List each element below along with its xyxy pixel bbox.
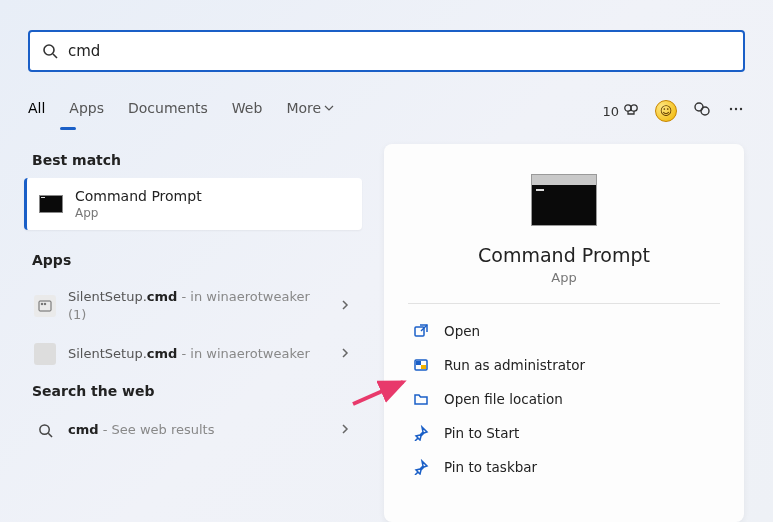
shield-icon	[412, 356, 430, 374]
search-icon	[42, 43, 58, 59]
chat-icon[interactable]	[693, 100, 711, 122]
divider	[408, 303, 720, 304]
filter-tabs: All Apps Documents Web More 10 ☺	[28, 96, 745, 126]
svg-point-8	[740, 108, 742, 110]
action-pin-start-label: Pin to Start	[444, 425, 519, 441]
action-pin-start[interactable]: Pin to Start	[408, 416, 720, 450]
svg-rect-9	[39, 301, 51, 311]
svg-rect-17	[421, 365, 426, 369]
svg-point-0	[44, 45, 54, 55]
section-search-web: Search the web	[22, 375, 362, 409]
best-match-result[interactable]: Command Prompt App	[24, 178, 362, 230]
web-result-query: cmd	[68, 422, 99, 437]
tab-web[interactable]: Web	[232, 100, 263, 122]
app-result-0[interactable]: SilentSetup.cmd - in winaerotweaker (1)	[22, 278, 362, 333]
preview-title: Command Prompt	[478, 244, 650, 266]
generic-file-icon	[34, 343, 56, 365]
section-best-match: Best match	[22, 144, 362, 178]
svg-point-11	[44, 303, 46, 305]
tab-more-label: More	[286, 100, 321, 116]
chevron-right-icon[interactable]	[340, 346, 350, 362]
results-left-column: Best match Command Prompt App Apps Silen…	[22, 144, 362, 451]
action-pin-taskbar[interactable]: Pin to taskbar	[408, 450, 720, 484]
app-result-1-match: cmd	[147, 346, 178, 361]
section-apps: Apps	[22, 244, 362, 278]
app-result-1-name-a: SilentSetup.	[68, 346, 147, 361]
preview-subtitle: App	[551, 270, 576, 285]
command-prompt-icon	[39, 195, 63, 213]
pin-icon	[412, 458, 430, 476]
search-icon	[34, 419, 56, 441]
svg-point-7	[735, 108, 737, 110]
svg-point-10	[41, 303, 43, 305]
open-icon	[412, 322, 430, 340]
svg-rect-16	[416, 361, 421, 365]
svg-point-5	[701, 107, 709, 115]
rewards-count: 10	[602, 104, 619, 119]
cmd-file-icon	[34, 295, 56, 317]
rewards-points[interactable]: 10	[602, 103, 639, 119]
action-run-admin[interactable]: Run as administrator	[408, 348, 720, 382]
tab-documents[interactable]: Documents	[128, 100, 208, 122]
tab-more[interactable]: More	[286, 100, 334, 122]
svg-point-12	[39, 424, 48, 433]
search-input[interactable]	[68, 42, 731, 60]
action-open[interactable]: Open	[408, 314, 720, 348]
app-result-0-match: cmd	[147, 289, 178, 304]
more-options-icon[interactable]	[727, 100, 745, 122]
web-result-suffix: - See web results	[99, 422, 215, 437]
action-open-location-label: Open file location	[444, 391, 563, 407]
action-open-label: Open	[444, 323, 480, 339]
trophy-icon	[623, 103, 639, 119]
chevron-down-icon	[324, 100, 334, 116]
best-match-title: Command Prompt	[75, 188, 202, 204]
action-open-location[interactable]: Open file location	[408, 382, 720, 416]
chevron-right-icon[interactable]	[340, 298, 350, 314]
preview-actions: Open Run as administrator Open file loca…	[408, 314, 720, 484]
best-match-subtitle: App	[75, 206, 202, 220]
profile-avatar[interactable]: ☺	[655, 100, 677, 122]
app-result-1[interactable]: SilentSetup.cmd - in winaerotweaker	[22, 333, 362, 375]
folder-icon	[412, 390, 430, 408]
web-result[interactable]: cmd - See web results	[22, 409, 362, 451]
pin-icon	[412, 424, 430, 442]
svg-line-13	[48, 433, 52, 437]
tab-all[interactable]: All	[28, 100, 45, 122]
active-tab-underline	[60, 127, 76, 130]
action-run-admin-label: Run as administrator	[444, 357, 585, 373]
preview-panel: Command Prompt App Open Run as administr…	[384, 144, 744, 522]
chevron-right-icon[interactable]	[340, 422, 350, 438]
search-box[interactable]	[28, 30, 745, 72]
app-result-0-name-a: SilentSetup.	[68, 289, 147, 304]
svg-point-6	[730, 108, 732, 110]
app-result-1-suffix: - in winaerotweaker	[177, 346, 310, 361]
tab-apps[interactable]: Apps	[69, 100, 104, 122]
svg-line-1	[53, 54, 57, 58]
command-prompt-icon-large	[531, 174, 597, 226]
action-pin-taskbar-label: Pin to taskbar	[444, 459, 537, 475]
